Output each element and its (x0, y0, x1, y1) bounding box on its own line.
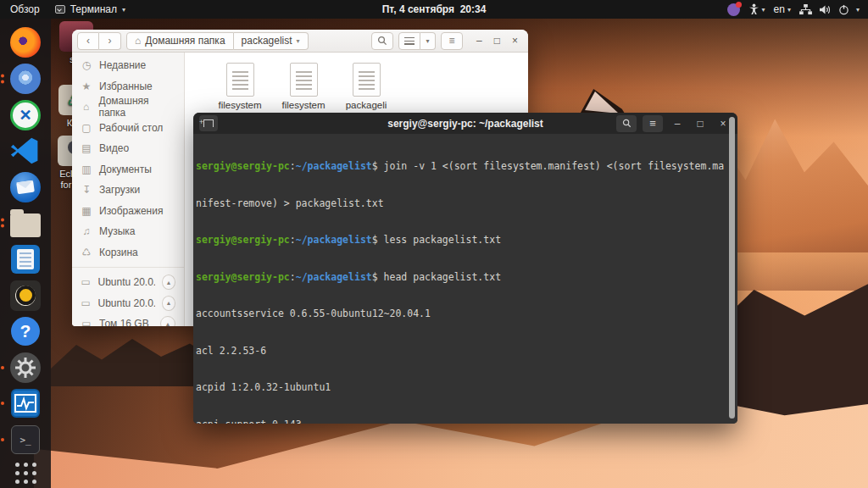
back-button[interactable]: ‹ (77, 32, 99, 50)
dock-item-chromium[interactable] (7, 61, 44, 97)
terminal-maximize-button[interactable]: □ (692, 118, 709, 130)
terminal-line: sergiy@sergiy-pc:~/packagelist$ head pac… (196, 271, 726, 284)
desktop-icon: ▢ (81, 122, 92, 134)
rhythmbox-icon (10, 280, 41, 311)
search-button[interactable] (371, 32, 393, 50)
prompt-dollar: $ (372, 271, 378, 283)
dock-item-terminal[interactable]: >_ (7, 422, 44, 458)
dock-item-x-app[interactable]: ✕ (7, 97, 44, 133)
terminal-output-line: accountsservice 0.6.55-0ubuntu12~20.04.1 (196, 308, 726, 320)
files-sidebar: ◷Недавние ★Избранные ⌂Домашняя папка ▢Ра… (72, 53, 185, 326)
files-folder-icon (10, 214, 41, 237)
device-label: Том 16 GB (99, 318, 149, 326)
prompt-user: sergiy@sergiy-pc (196, 234, 290, 246)
sidebar-item-music[interactable]: ♫Музыка (72, 221, 184, 242)
terminal-icon: >_ (11, 425, 40, 454)
text-file-icon (353, 63, 381, 97)
forward-button[interactable]: › (99, 32, 121, 50)
sidebar-item-label: Домашняя папка (98, 95, 175, 119)
dock-item-settings[interactable] (7, 349, 44, 385)
prompt-path: ~/packagelist (296, 234, 372, 246)
menu-button[interactable]: ≡ (441, 32, 463, 50)
eject-button[interactable]: ▲ (162, 296, 175, 311)
sidebar-item-downloads[interactable]: ↧Загрузки (72, 180, 184, 201)
sidebar-item-video[interactable]: ▤Видео (72, 138, 184, 159)
home-icon: ⌂ (81, 101, 92, 113)
command-text: join -v 1 <(sort filesystem.manifest) <(… (378, 160, 725, 172)
running-indicator (1, 438, 4, 441)
eject-button[interactable]: ▲ (160, 316, 175, 326)
music-icon: ♫ (81, 225, 92, 237)
sidebar-item-recent[interactable]: ◷Недавние (72, 55, 184, 76)
dock-item-firefox[interactable] (7, 25, 44, 61)
dock-item-rhythmbox[interactable] (7, 277, 44, 313)
prompt-path: ~/packagelist (296, 160, 372, 172)
waveform-icon (14, 394, 36, 413)
viber-tray-icon[interactable] (727, 3, 740, 16)
terminal-search-button[interactable] (616, 115, 637, 132)
path-segment-current[interactable]: packagelist ▾ (234, 32, 309, 50)
list-view-button[interactable] (398, 32, 420, 50)
nav-buttons: ‹ › (77, 32, 121, 50)
dock-item-thunderbird[interactable] (7, 169, 44, 205)
firefox-icon (10, 27, 41, 58)
running-indicator (1, 402, 4, 405)
dock-item-help[interactable]: ? (7, 313, 44, 350)
drive-icon: ▭ (81, 318, 92, 326)
gear-icon (15, 358, 36, 378)
sidebar-item-documents[interactable]: ▥Документы (72, 159, 184, 180)
download-icon: ↧ (81, 184, 92, 196)
terminal-output-line: acpid 1:2.0.32-1ubuntu1 (196, 381, 726, 394)
prompt-dollar: $ (372, 234, 378, 246)
sidebar-device-ubuntu-1[interactable]: ▭Ubuntu 20.0...▲ (72, 272, 184, 293)
drive-icon: ▭ (81, 276, 91, 288)
trash-icon: ♺ (81, 247, 92, 258)
document-icon: ▥ (81, 164, 92, 175)
device-label: Ubuntu 20.0... (97, 297, 154, 309)
sidebar-separator (72, 267, 184, 268)
path-segment-home[interactable]: ⌂ Домашняя папка (126, 32, 234, 50)
terminal-screen[interactable]: sergiy@sergiy-pc:~/packagelist$ join -v … (193, 134, 737, 424)
path-bar: ⌂ Домашняя папка packagelist ▾ (126, 32, 309, 50)
terminal-close-button[interactable]: × (715, 118, 732, 130)
eject-button[interactable]: ▲ (162, 274, 175, 290)
sidebar-item-home[interactable]: ⌂Домашняя папка (72, 97, 184, 118)
drive-icon: ▭ (81, 297, 91, 309)
device-label: Ubuntu 20.0... (97, 276, 154, 288)
keyboard-layout-menu[interactable]: en ▾ (774, 3, 791, 15)
chevron-down-icon: ▾ (787, 6, 791, 14)
maximize-button[interactable]: □ (494, 35, 500, 47)
sidebar-item-desktop[interactable]: ▢Рабочий стол (72, 118, 184, 139)
list-view-icon (404, 37, 415, 45)
terminal-line: sergiy@sergiy-pc:~/packagelist$ less pac… (196, 234, 726, 247)
sidebar-item-pictures[interactable]: ▦Изображения (72, 201, 184, 222)
sidebar-item-label: Корзина (99, 247, 138, 258)
terminal-scrollbar[interactable] (729, 117, 735, 419)
text-file-icon (290, 63, 318, 97)
sidebar-item-label: Недавние (99, 59, 146, 71)
sidebar-device-volume16gb[interactable]: ▭Том 16 GB▲ (72, 313, 184, 326)
minimize-button[interactable]: – (476, 35, 482, 47)
dock-item-files[interactable] (7, 205, 44, 241)
accessibility-menu[interactable]: ▾ (748, 3, 765, 15)
system-monitor-icon (11, 389, 40, 418)
terminal-minimize-button[interactable]: – (669, 118, 686, 130)
close-button[interactable]: × (512, 35, 518, 47)
sidebar-item-label: Видео (99, 142, 129, 154)
view-options-button[interactable]: ▾ (420, 32, 436, 50)
text-file-icon (226, 63, 254, 97)
sidebar-device-ubuntu-2[interactable]: ▭Ubuntu 20.0...▲ (72, 293, 184, 314)
sidebar-item-starred[interactable]: ★Избранные (72, 76, 184, 97)
show-applications-button[interactable] (7, 458, 44, 488)
system-status-menu[interactable]: ▾ (799, 4, 860, 15)
help-icon: ? (11, 317, 40, 346)
dock-item-vscode[interactable] (7, 133, 44, 169)
sidebar-item-trash[interactable]: ♺Корзина (72, 242, 184, 263)
settings-gear-icon (10, 352, 41, 383)
terminal-headerbar: sergiy@sergiy-pc: ~/packagelist ≡ – □ × (193, 113, 737, 134)
dock-item-libreoffice-writer[interactable] (7, 241, 44, 278)
sidebar-item-label: Рабочий стол (99, 122, 163, 134)
terminal-menu-button[interactable]: ≡ (643, 115, 663, 132)
sidebar-item-label: Загрузки (99, 184, 140, 196)
dock-item-system-monitor[interactable] (7, 385, 44, 422)
